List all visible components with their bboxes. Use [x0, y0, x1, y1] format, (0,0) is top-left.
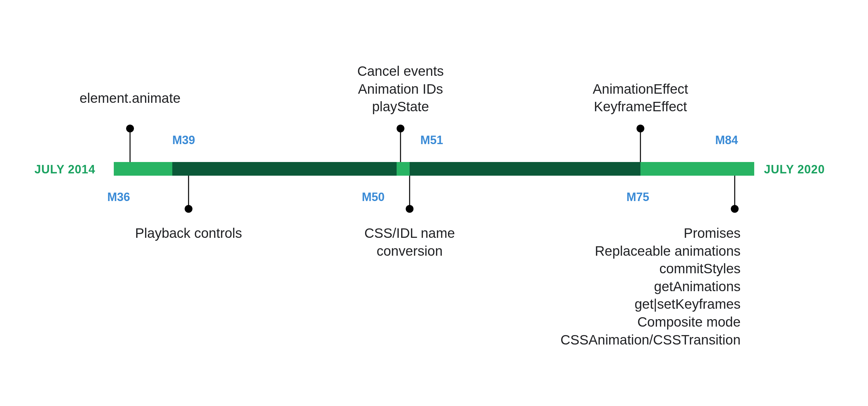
timeline-segment — [641, 162, 754, 176]
milestone-note: Playback controls — [135, 225, 242, 242]
milestone-stem — [409, 176, 410, 209]
note-line: CSS/IDL name — [365, 226, 455, 241]
milestone-version: M84 — [715, 134, 738, 147]
timeline-segment — [410, 162, 641, 176]
milestone-note: element.animate — [80, 89, 181, 107]
milestone-note: Promises Replaceable animations commitSt… — [560, 225, 741, 349]
milestone-note: CSS/IDL name conversion — [365, 225, 455, 260]
note-line: KeyframeEffect — [594, 99, 687, 114]
milestone-stem — [130, 128, 131, 162]
note-line: AnimationEffect — [593, 81, 688, 97]
milestone-version: M51 — [420, 134, 443, 147]
note-line: Replaceable animations — [595, 243, 741, 259]
milestone-stem — [188, 176, 189, 209]
milestone-version: M50 — [362, 190, 384, 204]
note-line: commitStyles — [659, 261, 741, 276]
note-line: Animation IDs — [358, 81, 443, 97]
note-line: CSSAnimation/CSSTransition — [560, 332, 741, 347]
milestone-note: AnimationEffect KeyframeEffect — [593, 80, 688, 116]
milestone-dot — [406, 205, 413, 213]
note-line: Cancel events — [357, 63, 444, 79]
end-date-label: JULY 2020 — [764, 163, 825, 176]
milestone-dot — [126, 124, 134, 133]
note-line: get|setKeyframes — [634, 296, 741, 312]
note-line: Promises — [684, 226, 741, 241]
milestone-stem — [734, 176, 735, 209]
milestone-version: M36 — [107, 190, 130, 204]
start-date-label: JULY 2014 — [34, 163, 95, 176]
timeline-segment — [172, 162, 397, 176]
milestone-version: M75 — [626, 190, 649, 204]
milestone-stem — [400, 128, 401, 162]
note-line: conversion — [376, 243, 442, 259]
note-line: element.animate — [80, 90, 181, 106]
milestone-dot — [397, 124, 404, 133]
timeline-segment — [397, 162, 410, 176]
milestone-dot — [637, 124, 644, 133]
timeline-segment — [114, 162, 172, 176]
note-line: playState — [372, 99, 429, 114]
milestone-dot — [185, 205, 192, 213]
milestone-stem — [640, 128, 641, 162]
milestone-version: M39 — [172, 134, 195, 147]
note-line: getAnimations — [654, 279, 741, 294]
milestone-note: Cancel events Animation IDs playState — [357, 62, 444, 116]
note-line: Playback controls — [135, 226, 242, 241]
note-line: Composite mode — [638, 314, 741, 329]
timeline-diagram: JULY 2014 JULY 2020 M36 element.animate … — [0, 0, 868, 406]
milestone-dot — [731, 205, 739, 213]
